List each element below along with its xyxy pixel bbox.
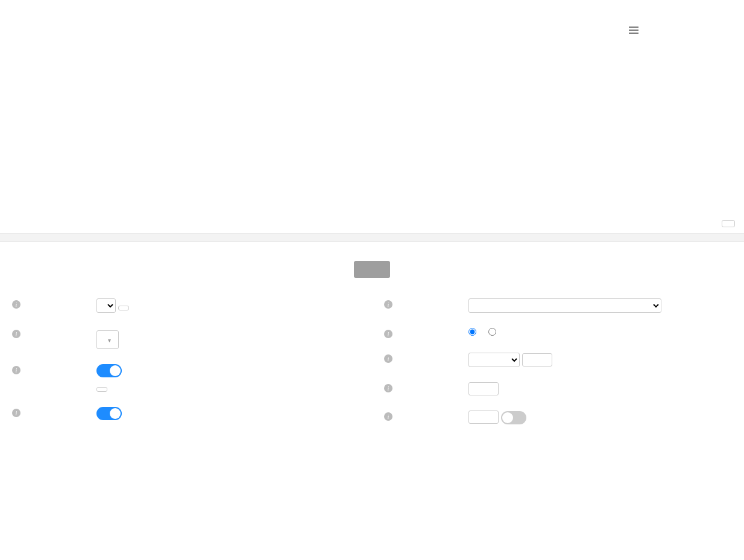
section-separator [0, 233, 744, 242]
row-previous-trades: i [12, 364, 360, 395]
info-icon[interactable]: i [384, 412, 392, 421]
info-icon[interactable]: i [12, 409, 20, 417]
group-by-day-toggle[interactable] [96, 407, 122, 420]
chart-container [0, 10, 744, 212]
long-term-after-input[interactable] [468, 411, 499, 424]
method-select[interactable] [468, 298, 661, 313]
previous-trades-toggle[interactable] [96, 364, 122, 377]
tax-long-term-input[interactable] [468, 382, 499, 395]
filter-button[interactable] [96, 330, 119, 349]
row-tax-long-term: i [384, 382, 732, 398]
long-term-never-toggle[interactable] [501, 411, 526, 424]
calc-opt-gain-tax[interactable] [468, 329, 479, 338]
chart-plot[interactable] [12, 22, 651, 206]
calc-opt-gain-only[interactable] [488, 329, 496, 338]
row-tax-short-term: i [384, 353, 732, 370]
row-method: i [384, 298, 732, 316]
row-tax-calculation: i [384, 328, 732, 341]
close-settings-button[interactable] [354, 261, 390, 278]
row-group-by-day: i [12, 407, 360, 423]
info-icon[interactable]: i [12, 366, 20, 374]
tax-year-select[interactable] [96, 298, 116, 313]
summary-line [0, 0, 744, 10]
previous-trades-custom-button[interactable] [96, 387, 107, 392]
tax-year-custom-button[interactable] [118, 306, 129, 310]
type-description-button[interactable] [722, 220, 735, 227]
info-icon[interactable]: i [384, 300, 392, 309]
row-tax-year: i [12, 298, 360, 316]
info-icon[interactable]: i [384, 384, 392, 392]
row-long-term-after: i [384, 411, 732, 424]
info-icon[interactable]: i [12, 330, 20, 338]
row-filter: i [12, 328, 360, 352]
tax-short-term-select[interactable] [468, 353, 520, 367]
info-icon[interactable]: i [12, 300, 20, 309]
tax-short-term-custom-input[interactable] [522, 353, 552, 367]
info-icon[interactable]: i [384, 354, 392, 363]
info-icon[interactable]: i [384, 330, 392, 338]
